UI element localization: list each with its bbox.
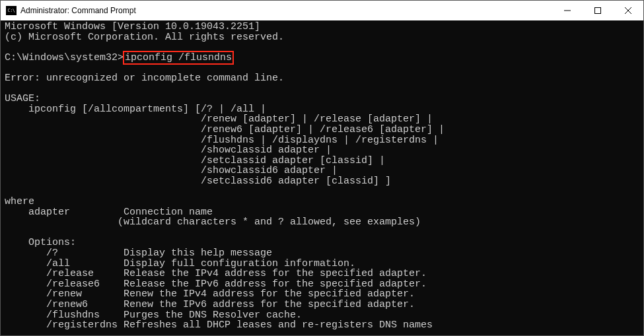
window: Administrator: Command Prompt Microsoft … bbox=[0, 0, 644, 336]
terminal-line: /all Display full configuration informat… bbox=[5, 259, 639, 269]
terminal-line bbox=[5, 42, 639, 53]
terminal-line: /renew6 Renew the IPv6 address for the s… bbox=[5, 300, 639, 310]
terminal-line: where bbox=[5, 197, 639, 207]
terminal-line: (c) Microsoft Corporation. All rights re… bbox=[5, 32, 639, 43]
terminal-line: C:\Windows\system32>ipconfig /flusndns bbox=[5, 53, 639, 63]
maximize-icon bbox=[594, 7, 601, 14]
terminal[interactable]: Microsoft Windows [Version 10.0.19043.22… bbox=[1, 20, 643, 335]
minimize-button[interactable] bbox=[552, 1, 583, 20]
terminal-line: Options: bbox=[5, 238, 639, 248]
terminal-line: /registerdns Refreshes all DHCP leases a… bbox=[5, 320, 639, 331]
maximize-button[interactable] bbox=[583, 1, 613, 20]
terminal-line bbox=[5, 84, 639, 94]
terminal-line: /setclassid6 adapter [classid] ] bbox=[5, 176, 639, 187]
terminal-line: /flushdns Purges the DNS Resolver cache. bbox=[5, 310, 639, 321]
terminal-line: adapter Connection name bbox=[5, 207, 639, 218]
terminal-line bbox=[5, 63, 639, 73]
svg-rect-0 bbox=[595, 8, 601, 14]
terminal-line: /setclassid adapter [classid] | bbox=[5, 156, 639, 166]
terminal-line bbox=[5, 187, 639, 197]
terminal-line: (wildcard characters * and ? allowed, se… bbox=[5, 217, 639, 228]
close-button[interactable] bbox=[613, 1, 643, 20]
terminal-line: /flushdns | /displaydns | /registerdns | bbox=[5, 135, 639, 146]
terminal-line: /showclassid adapter | bbox=[5, 145, 639, 156]
terminal-line: /renew [adapter] | /release [adapter] | bbox=[5, 114, 639, 125]
terminal-line: /showclassid6 adapter | bbox=[5, 166, 639, 176]
minimize-icon bbox=[564, 7, 571, 14]
prompt: C:\Windows\system32> bbox=[5, 52, 124, 63]
terminal-line: /renew6 [adapter] | /release6 [adapter] … bbox=[5, 125, 639, 135]
terminal-line: ipconfig [/allcompartments] [/? | /all | bbox=[5, 104, 639, 115]
terminal-line: /release Release the IPv4 address for th… bbox=[5, 269, 639, 279]
terminal-line: Microsoft Windows [Version 10.0.19043.22… bbox=[5, 22, 639, 32]
window-controls bbox=[552, 1, 643, 20]
title-left: Administrator: Command Prompt bbox=[1, 6, 136, 15]
terminal-line: Error: unrecognized or incomplete comman… bbox=[5, 73, 639, 84]
cmd-icon bbox=[6, 6, 17, 15]
terminal-line: USAGE: bbox=[5, 94, 639, 104]
terminal-line: /renew Renew the IPv4 address for the sp… bbox=[5, 289, 639, 300]
terminal-line: /? Display this help message bbox=[5, 248, 639, 259]
typed-command: ipconfig /flusndns bbox=[123, 51, 234, 65]
titlebar: Administrator: Command Prompt bbox=[1, 1, 643, 20]
terminal-line bbox=[5, 228, 639, 238]
terminal-line: /release6 Release the IPv6 address for t… bbox=[5, 279, 639, 290]
window-title: Administrator: Command Prompt bbox=[20, 6, 136, 15]
close-icon bbox=[625, 7, 631, 14]
